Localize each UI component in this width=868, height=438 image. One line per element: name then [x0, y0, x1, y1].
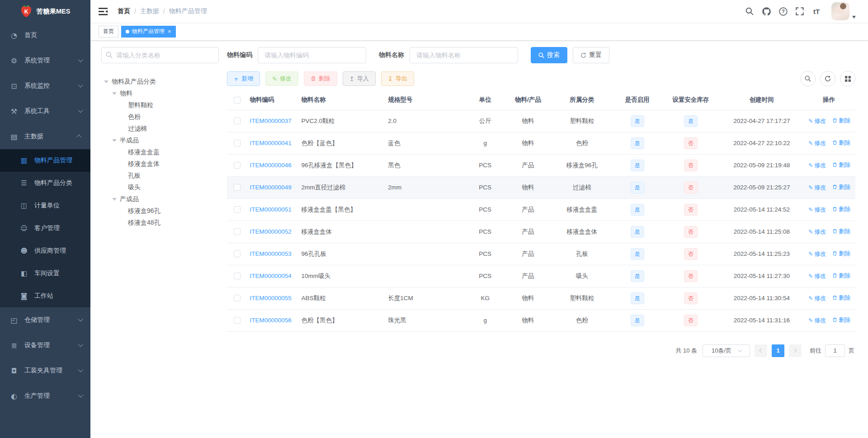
tab-home[interactable]: 首页: [99, 26, 118, 38]
page-size-select[interactable]: 10条/页: [703, 344, 750, 357]
row-checkbox[interactable]: [234, 228, 241, 235]
category-search-input[interactable]: [101, 47, 219, 63]
material-code-link[interactable]: ITEM00000054: [250, 273, 291, 279]
row-checkbox[interactable]: [234, 206, 241, 213]
sidebar-item[interactable]: ◰ 仓储管理: [0, 307, 90, 333]
sidebar-item[interactable]: ◔ 首页: [0, 23, 90, 48]
fullscreen-icon[interactable]: [795, 7, 804, 16]
export-button[interactable]: ↧ 导出: [381, 71, 414, 86]
github-icon[interactable]: [762, 7, 771, 16]
tree-node[interactable]: 塑料颗粒: [101, 99, 219, 111]
search-icon[interactable]: [745, 7, 754, 16]
sidebar-subitem[interactable]: ☰ 物料产品分类: [0, 172, 90, 194]
tab-material-product[interactable]: 物料产品管理 ×: [121, 26, 176, 38]
tree-node[interactable]: 过滤棉: [101, 123, 219, 135]
material-code-input[interactable]: [258, 47, 366, 63]
sidebar-item[interactable]: ≣ 设备管理: [0, 333, 90, 358]
row-checkbox[interactable]: [234, 273, 241, 279]
tree-node[interactable]: 移液盒盒盖: [101, 146, 219, 158]
material-code-link[interactable]: ITEM00000055: [250, 295, 291, 301]
tree-node[interactable]: 物料: [101, 88, 219, 99]
row-edit-link[interactable]: ✎ 修改: [808, 117, 826, 125]
row-edit-link[interactable]: ✎ 修改: [808, 228, 826, 236]
sidebar-subitem[interactable]: ◧ 车间设置: [0, 262, 90, 285]
close-icon[interactable]: ×: [168, 28, 171, 34]
row-delete-link[interactable]: 删除: [832, 183, 850, 191]
row-delete-link[interactable]: 删除: [832, 161, 850, 169]
tree-node[interactable]: 产成品: [101, 193, 219, 205]
edit-button[interactable]: ✎ 修改: [265, 71, 298, 86]
prev-page-button[interactable]: [755, 344, 767, 357]
user-menu[interactable]: [831, 2, 856, 20]
row-edit-link[interactable]: ✎ 修改: [808, 139, 826, 147]
page-number-current[interactable]: 1: [772, 344, 784, 357]
row-delete-link[interactable]: 删除: [832, 227, 850, 235]
reset-button[interactable]: 重置: [573, 47, 609, 63]
hamburger-icon[interactable]: [99, 8, 108, 15]
row-delete-link[interactable]: 删除: [832, 250, 850, 258]
row-checkbox[interactable]: [234, 295, 241, 301]
material-code-link[interactable]: ITEM00000041: [250, 140, 291, 146]
sidebar-item[interactable]: ⚒ 系统工具: [0, 99, 90, 124]
row-delete-link[interactable]: 删除: [832, 294, 850, 302]
row-edit-link[interactable]: ✎ 修改: [808, 184, 826, 192]
tree-node[interactable]: 移液盒96孔: [101, 205, 219, 217]
row-delete-link[interactable]: 删除: [832, 272, 850, 280]
material-code-link[interactable]: ITEM00000051: [250, 206, 291, 213]
goto-page-input[interactable]: [825, 344, 845, 357]
row-edit-link[interactable]: ✎ 修改: [808, 294, 826, 302]
sidebar-item[interactable]: ◐ 生产管理: [0, 383, 90, 409]
material-code-link[interactable]: ITEM00000052: [250, 228, 291, 235]
sidebar-subitem[interactable]: ◫ 计量单位: [0, 194, 90, 217]
sidebar-subitem[interactable]: ☻ 供应商管理: [0, 240, 90, 262]
tree-node[interactable]: 吸头: [101, 182, 219, 193]
sidebar-item-master-data[interactable]: ▤ 主数据: [0, 124, 90, 149]
sidebar-item[interactable]: ⚙ 系统管理: [0, 48, 90, 73]
row-edit-link[interactable]: ✎ 修改: [808, 272, 826, 280]
refresh-button[interactable]: [820, 71, 835, 86]
tree-node[interactable]: 半成品: [101, 135, 219, 146]
tree-node[interactable]: 物料及产品分类: [101, 76, 219, 88]
tree-node[interactable]: 移液盒48孔: [101, 217, 219, 229]
select-all-checkbox[interactable]: [234, 97, 241, 104]
row-edit-link[interactable]: ✎ 修改: [808, 316, 826, 325]
font-size-icon[interactable]: tT: [812, 7, 821, 16]
material-name-input[interactable]: [410, 47, 518, 63]
material-code-link[interactable]: ITEM00000037: [250, 118, 291, 124]
row-delete-link[interactable]: 删除: [832, 316, 850, 324]
row-edit-link[interactable]: ✎ 修改: [808, 206, 826, 214]
column-settings-button[interactable]: [840, 71, 855, 86]
row-delete-link[interactable]: 删除: [832, 205, 850, 213]
row-checkbox[interactable]: [234, 118, 241, 124]
material-code-link[interactable]: ITEM00000049: [250, 184, 291, 191]
row-checkbox[interactable]: [234, 250, 241, 257]
help-icon[interactable]: ?: [778, 7, 788, 16]
sidebar-subitem[interactable]: ▥ 物料产品管理: [0, 149, 90, 172]
material-code-link[interactable]: ITEM00000056: [250, 317, 291, 324]
row-checkbox[interactable]: [234, 140, 241, 146]
sidebar-subitem[interactable]: ◙ 工作站: [0, 285, 90, 307]
sidebar-subitem[interactable]: ☺ 客户管理: [0, 217, 90, 240]
material-code-link[interactable]: ITEM00000053: [250, 250, 291, 257]
tree-node[interactable]: 孔板: [101, 170, 219, 182]
row-edit-link[interactable]: ✎ 修改: [808, 161, 826, 170]
row-delete-link[interactable]: 删除: [832, 117, 850, 125]
row-checkbox[interactable]: [234, 317, 241, 324]
tree-node[interactable]: 色粉: [101, 111, 219, 123]
next-page-button[interactable]: [789, 344, 802, 357]
sidebar-item[interactable]: ◘ 工装夹具管理: [0, 358, 90, 383]
sidebar-item[interactable]: ⊡ 系统监控: [0, 73, 90, 99]
avatar[interactable]: [831, 2, 849, 20]
breadcrumb-home[interactable]: 首页: [118, 7, 130, 15]
row-checkbox[interactable]: [234, 162, 241, 169]
row-delete-link[interactable]: 删除: [832, 139, 850, 147]
app-logo[interactable]: K 苦糖果MES: [0, 0, 90, 23]
breadcrumb-master-data[interactable]: 主数据: [140, 7, 159, 15]
material-code-link[interactable]: ITEM00000046: [250, 162, 291, 169]
search-button[interactable]: 搜索: [531, 47, 567, 63]
import-button[interactable]: ↥ 导入: [343, 71, 376, 86]
show-search-button[interactable]: [800, 71, 816, 86]
row-edit-link[interactable]: ✎ 修改: [808, 250, 826, 258]
row-checkbox[interactable]: [234, 184, 241, 191]
add-button[interactable]: + 新增: [227, 71, 260, 86]
